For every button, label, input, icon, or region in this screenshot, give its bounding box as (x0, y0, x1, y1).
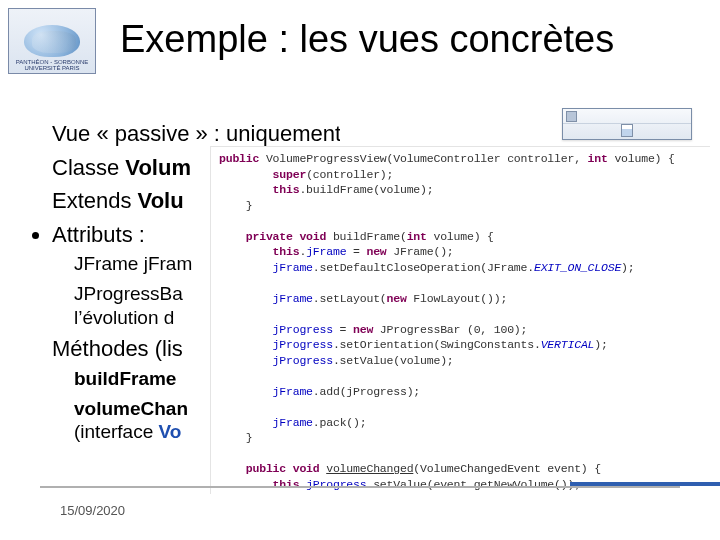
footer-accent (570, 482, 720, 486)
code-panel: public VolumeProgressView(VolumeControll… (210, 146, 710, 494)
sub-2a: JProgressBa (74, 283, 183, 304)
bullet-5: Méthodes (lis (52, 336, 183, 361)
footer-rule (40, 486, 680, 488)
university-logo: PANTHÉON - SORBONNE UNIVERSITÉ PARIS (8, 8, 96, 74)
app-window-preview (562, 108, 692, 140)
footer-date: 15/09/2020 (60, 503, 125, 518)
logo-line2: UNIVERSITÉ PARIS (11, 65, 93, 71)
slide-title: Exemple : les vues concrètes (120, 18, 700, 61)
sub-4b-pre: (interface (74, 421, 158, 442)
bullet-3-pre: Extends (52, 188, 138, 213)
sub-1: JFrame jFram (74, 253, 192, 274)
slide: PANTHÉON - SORBONNE UNIVERSITÉ PARIS Exe… (0, 0, 720, 540)
sub-4b-kw: Vo (158, 421, 181, 442)
bullet-4: Attributs : (52, 222, 145, 247)
sub-3: buildFrame (74, 368, 176, 389)
sub-4a: volumeChan (74, 398, 188, 419)
sub-2b: l’évolution d (74, 307, 174, 328)
progress-bar-preview (621, 124, 633, 137)
bullet-2-kw: Volum (125, 155, 191, 180)
bullet-2-pre: Classe (52, 155, 125, 180)
bullet-1: Vue « passive » : uniquement visualisati… (52, 121, 340, 146)
bullet-3-kw: Volu (138, 188, 184, 213)
window-icon (566, 111, 577, 122)
